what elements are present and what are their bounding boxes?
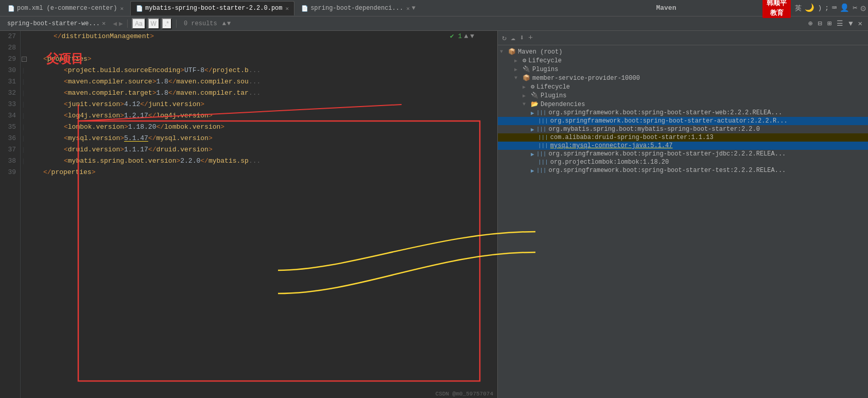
font-button[interactable]: Aa xyxy=(132,18,146,29)
split-icon[interactable]: ⊟ xyxy=(816,18,823,29)
dep-mybatis[interactable]: ▶ ||| org.mybatis.spring.boot:mybatis-sp… xyxy=(498,125,868,133)
dep-arrow-7 xyxy=(531,160,538,165)
dep-label-8: org.springframework.boot:spring-boot-sta… xyxy=(548,167,786,174)
lifecycle-icon-member: ⚙ xyxy=(531,83,534,91)
plugins-icon-root: 🔌 xyxy=(523,65,530,73)
tab3-close[interactable]: ✕ xyxy=(406,5,410,12)
tab2-label: mybatis-spring-boot-starter-2.2.0.pom xyxy=(145,5,282,12)
align-icon[interactable]: ⊕ xyxy=(807,18,814,29)
maven-add-icon[interactable]: + xyxy=(528,33,533,42)
file-icon-2: 📄 xyxy=(136,5,143,12)
maven-download-icon[interactable]: ⬇ xyxy=(519,33,524,43)
code-line-36: <mysql.version>5.1.47</mysql.version> xyxy=(33,133,492,144)
plugins-icon-member: 🔌 xyxy=(531,92,539,99)
nav-down-btn[interactable]: ▼ xyxy=(227,20,231,27)
brand-line1: 韩顺平 xyxy=(767,0,787,8)
dep-mysql[interactable]: ||| mysql:mysql-connector-java:5.1.47 xyxy=(498,142,868,150)
toolbar-right-icons: ⊕ ⊟ ⊞ ☰ ▼ ✕ xyxy=(807,18,864,29)
regex-button[interactable]: .* xyxy=(162,18,172,29)
nav-up-small[interactable]: ▲ xyxy=(464,32,468,40)
tree-plugins-root[interactable]: ▶ 🔌 Plugins xyxy=(498,65,868,74)
arrow-root: ▼ xyxy=(500,49,507,55)
maven-refresh-icon[interactable]: ↻ xyxy=(502,33,507,43)
dep-starter-web[interactable]: ▶ ||| org.springframework.boot:spring-bo… xyxy=(498,109,868,117)
arrow-lifecycle-root: ▶ xyxy=(514,58,522,64)
fold-icon-29[interactable]: − xyxy=(22,57,27,62)
code-line-37: <druid.version>1.1.17</druid.version> xyxy=(33,144,492,155)
tree-maven-root[interactable]: ▼ 📦 Maven (root) xyxy=(498,47,868,56)
arrow-right-icon[interactable]: ▶ xyxy=(119,20,123,28)
dep-jdbc[interactable]: ▶ ||| org.springframework.boot:spring-bo… xyxy=(498,150,868,158)
secondary-tab[interactable]: spring-boot-starter-we... ✕ xyxy=(4,18,109,29)
fold-31: │ xyxy=(22,76,27,88)
tab2-close[interactable]: ✕ xyxy=(286,5,289,12)
ln-35: 35 xyxy=(2,122,16,133)
secondary-tab-close[interactable]: ✕ xyxy=(102,20,106,27)
dep-lombok[interactable]: ||| org.projectlombok:lombok:1.18.20 xyxy=(498,158,868,166)
ln-32: 32 xyxy=(2,88,16,99)
ln-33: 33 xyxy=(2,99,16,110)
dep-starter-actuator[interactable]: ||| org.springframework.boot:spring-boot… xyxy=(498,117,868,125)
dep-label-3: org.mybatis.spring.boot:mybatis-spring-b… xyxy=(548,126,759,133)
deps-icon: 📂 xyxy=(531,100,539,108)
tab-pom-xml[interactable]: 📄 pom.xml (e-commerce-center) ✕ xyxy=(2,1,129,15)
moon-icon[interactable]: 🌙 xyxy=(805,3,814,13)
arrow-member-service: ▼ xyxy=(514,75,522,81)
layout-icon[interactable]: ☰ xyxy=(835,18,845,29)
dep-label-6: org.springframework.boot:spring-boot-sta… xyxy=(548,150,786,158)
tree-lifecycle-member[interactable]: ▶ ⚙ Lifecycle xyxy=(498,82,868,91)
tab1-close[interactable]: ✕ xyxy=(120,5,124,12)
dep-test[interactable]: ▶ ||| org.springframework.boot:spring-bo… xyxy=(498,166,868,175)
tree-lifecycle-root[interactable]: ▶ ⚙ Lifecycle xyxy=(498,56,868,65)
dep-bar-5: ||| xyxy=(538,143,548,149)
tree-plugins-member[interactable]: ▶ 🔌 Plugins xyxy=(498,91,868,100)
fold-38: │ xyxy=(22,155,27,167)
code-line-27: </distributionManagement> xyxy=(33,31,492,42)
fold-32: │ xyxy=(22,88,27,99)
dep-label-2: org.springframework.boot:spring-boot-sta… xyxy=(550,117,788,125)
separator-2 xyxy=(176,20,177,28)
columns-icon[interactable]: ⊞ xyxy=(826,18,833,29)
tab-spring-boot-dep[interactable]: 📄 spring-boot-dependenci... ✕ ▼ xyxy=(296,1,421,15)
fold-34: │ xyxy=(22,110,27,122)
maven-cloud-icon[interactable]: ☁ xyxy=(511,33,515,43)
dep-bar-8: ||| xyxy=(536,167,547,174)
user-icon[interactable]: 👤 xyxy=(840,3,849,13)
scissors-icon[interactable]: ✂ xyxy=(853,3,857,13)
deps-label: Dependencies xyxy=(541,101,585,108)
dep-icon-6: ▶ xyxy=(531,151,534,158)
tab1-label: pom.xml (e-commerce-center) xyxy=(17,5,117,12)
tree-member-service[interactable]: ▼ 📦 member-service-provider-10000 子模块 xyxy=(498,74,868,82)
tree-dependencies[interactable]: ▼ 📂 Dependencies xyxy=(498,100,868,109)
fold-line-33: │ xyxy=(22,102,25,108)
lang-icon[interactable]: 英 xyxy=(795,4,802,13)
file-icon-3: 📄 xyxy=(301,5,308,12)
word-button[interactable]: W xyxy=(148,18,160,29)
filter-icon[interactable]: ▼ xyxy=(847,19,854,29)
dep-bar-2: ||| xyxy=(538,118,548,124)
tab-mybatis-pom[interactable]: 📄 mybatis-spring-boot-starter-2.2.0.pom … xyxy=(130,1,294,15)
code-line-28 xyxy=(33,42,492,54)
nav-up-btn[interactable]: ▲ xyxy=(222,20,226,27)
fold-line-32: │ xyxy=(22,91,25,96)
arrow-plugins-member: ▶ xyxy=(523,93,530,99)
close-search-icon[interactable]: ✕ xyxy=(857,18,864,29)
fold-29[interactable]: − xyxy=(22,54,27,65)
secondary-tab-label: spring-boot-starter-we... xyxy=(7,20,100,27)
gear-icon[interactable]: ⚙ xyxy=(860,3,866,14)
nav-down-small[interactable]: ▼ xyxy=(470,32,474,40)
ln-37: 37 xyxy=(2,144,16,155)
tab-dropdown-arrow[interactable]: ▼ xyxy=(412,5,415,12)
main-layout: 父项目 ✔ 1 ▲ ▼ 27 28 29 30 31 32 33 xyxy=(0,31,868,398)
plugins-member-label: Plugins xyxy=(541,92,566,99)
keyboard-icon[interactable]: ⌨ xyxy=(832,3,837,13)
dep-bar-7: ||| xyxy=(538,159,548,165)
fold-27 xyxy=(22,31,27,42)
dep-icon-8: ▶ xyxy=(531,167,534,174)
dep-druid[interactable]: ||| com.alibaba:druid-spring-boot-starte… xyxy=(498,133,868,142)
checkmark-icon: ✔ 1 xyxy=(450,32,462,40)
plugins-root-label: Plugins xyxy=(532,66,558,73)
ln-38: 38 xyxy=(2,155,16,167)
code-line-29: <properties> xyxy=(33,54,492,65)
arrow-left-icon[interactable]: ◀ xyxy=(113,20,117,28)
